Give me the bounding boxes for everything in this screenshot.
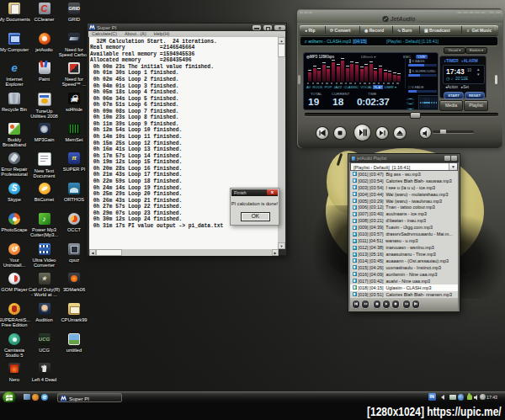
- svg-text:JetAudio: JetAudio: [391, 16, 417, 22]
